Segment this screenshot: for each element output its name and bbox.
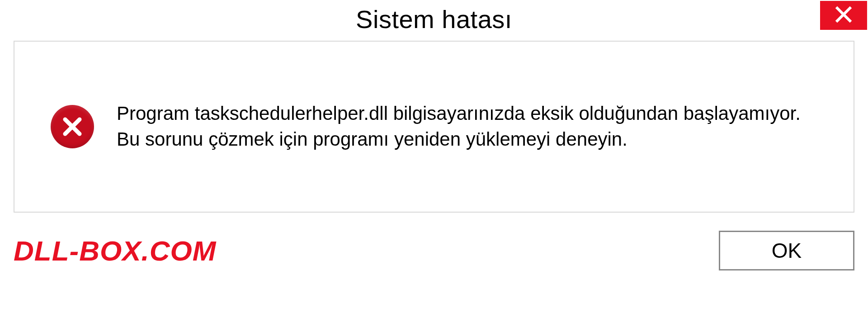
error-icon — [51, 105, 94, 148]
footer: DLL-BOX.COM OK — [0, 213, 868, 270]
content-panel: Program taskschedulerhelper.dll bilgisay… — [14, 41, 854, 213]
dialog-title: Sistem hatası — [356, 5, 512, 34]
close-icon — [835, 5, 853, 25]
error-message: Program taskschedulerhelper.dll bilgisay… — [117, 101, 817, 152]
watermark-text: DLL-BOX.COM — [14, 235, 216, 267]
title-bar: Sistem hatası — [0, 0, 868, 41]
ok-button[interactable]: OK — [719, 231, 854, 270]
close-button[interactable] — [820, 1, 867, 30]
